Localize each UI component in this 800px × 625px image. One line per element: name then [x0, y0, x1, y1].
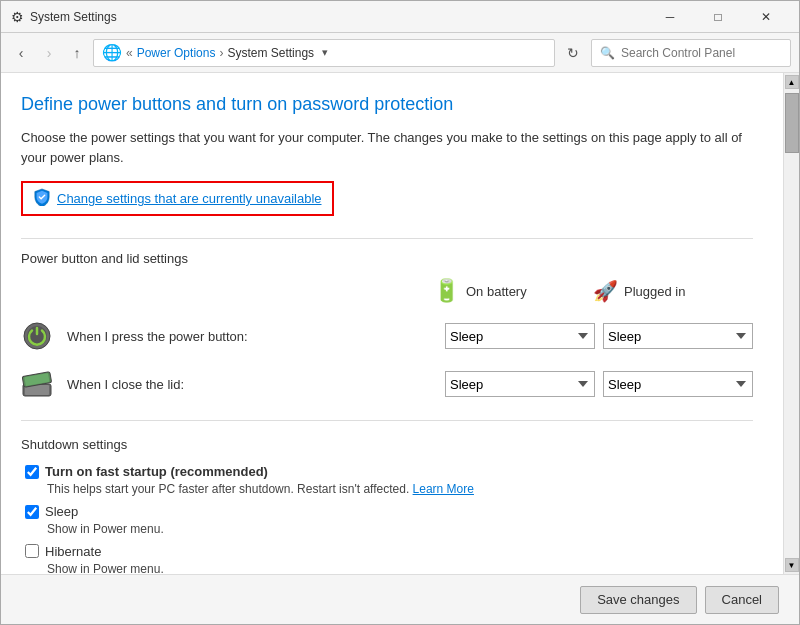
search-input[interactable]: [621, 46, 782, 60]
lid-plugged-select[interactable]: Sleep Do nothing Hibernate Shut down Tur…: [603, 371, 753, 397]
hibernate-sublabel: Show in Power menu.: [25, 561, 753, 574]
save-changes-button[interactable]: Save changes: [580, 586, 696, 614]
fast-startup-sublabel: This helps start your PC faster after sh…: [25, 481, 753, 498]
shield-icon: [33, 188, 51, 209]
title-bar: ⚙ System Settings ─ □ ✕: [1, 1, 799, 33]
window-title: System Settings: [30, 10, 117, 24]
cancel-button[interactable]: Cancel: [705, 586, 779, 614]
lid-close-label: When I close the lid:: [61, 377, 437, 392]
title-bar-left: ⚙ System Settings: [11, 9, 117, 25]
power-grid: 🔋 On battery 🚀 Plugged in: [21, 278, 753, 408]
content-area: Define power buttons and turn on passwor…: [1, 73, 799, 574]
sleep-row: Sleep: [25, 504, 753, 519]
nav-bar: ‹ › ↑ 🌐 « Power Options › System Setting…: [1, 33, 799, 73]
power-button-label: When I press the power button:: [61, 329, 437, 344]
sleep-item: Sleep Show in Power menu.: [21, 504, 753, 538]
power-grid-header: 🔋 On battery 🚀 Plugged in: [21, 278, 753, 312]
battery-icon: 🔋: [433, 278, 460, 304]
lid-icon: [21, 368, 53, 400]
hibernate-item: Hibernate Show in Power menu.: [21, 544, 753, 574]
plug-icon: 🚀: [593, 279, 618, 303]
breadcrumb-globe-icon: 🌐: [102, 43, 122, 62]
breadcrumb-power-options[interactable]: Power Options: [137, 46, 216, 60]
minimize-button[interactable]: ─: [647, 4, 693, 30]
power-button-row: When I press the power button: Sleep Do …: [21, 312, 753, 360]
breadcrumb-bar: 🌐 « Power Options › System Settings ▾: [93, 39, 555, 67]
scroll-up-button[interactable]: ▲: [785, 75, 799, 89]
scroll-thumb[interactable]: [785, 93, 799, 153]
learn-more-link[interactable]: Learn More: [413, 482, 474, 496]
change-settings-container: Change settings that are currently unava…: [21, 181, 334, 216]
main-content: Define power buttons and turn on passwor…: [1, 73, 783, 574]
fast-startup-row: Turn on fast startup (recommended): [25, 464, 753, 479]
breadcrumb-current: System Settings: [227, 46, 314, 60]
power-button-battery-select[interactable]: Sleep Do nothing Hibernate Shut down Tur…: [445, 323, 595, 349]
hibernate-checkbox[interactable]: [25, 544, 39, 558]
lid-close-row: When I close the lid: Sleep Do nothing H…: [21, 360, 753, 408]
maximize-button[interactable]: □: [695, 4, 741, 30]
power-button-plugged-select[interactable]: Sleep Do nothing Hibernate Shut down Tur…: [603, 323, 753, 349]
col-plugged-in: 🚀 Plugged in: [593, 278, 753, 304]
forward-button[interactable]: ›: [37, 41, 61, 65]
sleep-label[interactable]: Sleep: [45, 504, 78, 519]
window-icon: ⚙: [11, 9, 24, 25]
fast-startup-item: Turn on fast startup (recommended) This …: [21, 464, 753, 498]
power-section-label: Power button and lid settings: [21, 251, 753, 266]
breadcrumb-arrow: ›: [219, 46, 223, 60]
scrollbar[interactable]: ▲ ▼: [783, 73, 799, 574]
hibernate-row: Hibernate: [25, 544, 753, 559]
window-controls: ─ □ ✕: [647, 4, 789, 30]
footer: Save changes Cancel: [1, 574, 799, 624]
breadcrumb-separator: «: [126, 46, 133, 60]
sleep-checkbox[interactable]: [25, 505, 39, 519]
page-title: Define power buttons and turn on passwor…: [21, 93, 753, 116]
fast-startup-label[interactable]: Turn on fast startup (recommended): [45, 464, 268, 479]
col-on-battery: 🔋 On battery: [433, 278, 593, 304]
shutdown-section-label: Shutdown settings: [21, 437, 753, 452]
fast-startup-checkbox[interactable]: [25, 465, 39, 479]
search-icon: 🔍: [600, 46, 615, 60]
back-button[interactable]: ‹: [9, 41, 33, 65]
page-description: Choose the power settings that you want …: [21, 128, 753, 167]
lid-battery-select[interactable]: Sleep Do nothing Hibernate Shut down Tur…: [445, 371, 595, 397]
search-box: 🔍: [591, 39, 791, 67]
close-button[interactable]: ✕: [743, 4, 789, 30]
refresh-button[interactable]: ↻: [559, 39, 587, 67]
power-button-icon: [21, 320, 53, 352]
system-settings-window: ⚙ System Settings ─ □ ✕ ‹ › ↑ 🌐 « Power …: [0, 0, 800, 625]
up-button[interactable]: ↑: [65, 41, 89, 65]
section-divider-1: [21, 238, 753, 239]
scroll-down-button[interactable]: ▼: [785, 558, 799, 572]
section-divider-2: [21, 420, 753, 421]
change-settings-link[interactable]: Change settings that are currently unava…: [57, 191, 322, 206]
breadcrumb-dropdown-button[interactable]: ▾: [318, 46, 332, 59]
hibernate-label[interactable]: Hibernate: [45, 544, 101, 559]
sleep-sublabel: Show in Power menu.: [25, 521, 753, 538]
